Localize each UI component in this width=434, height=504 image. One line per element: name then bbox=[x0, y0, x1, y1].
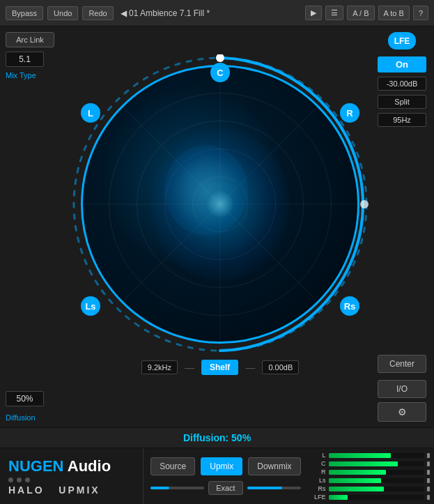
eq-controls: 9.2kHz — Shelf — 0.00dB bbox=[70, 360, 370, 375]
speaker-L[interactable]: L bbox=[81, 103, 100, 123]
play-button[interactable]: ▶ bbox=[305, 6, 322, 20]
meter-bar bbox=[329, 453, 391, 458]
footer-slider-right[interactable] bbox=[247, 487, 301, 489]
undo-button[interactable]: Undo bbox=[47, 6, 78, 20]
meter-bar bbox=[329, 461, 398, 466]
meter-tick bbox=[427, 487, 430, 491]
meter-bar bbox=[329, 478, 382, 483]
footer-slider-fill bbox=[150, 487, 169, 489]
meter-label: C bbox=[312, 460, 326, 467]
exact-button[interactable]: Exact bbox=[208, 481, 243, 495]
brand-halo: HALO bbox=[8, 484, 45, 496]
dotted-arc bbox=[70, 54, 370, 354]
meter-row: Rs bbox=[312, 486, 430, 492]
upmix-button[interactable]: Upmix bbox=[201, 457, 242, 475]
brand-nugen-audio: NUGEN Audio bbox=[8, 457, 134, 475]
sep1: — bbox=[185, 362, 194, 373]
meter-tick bbox=[427, 453, 430, 458]
freq-button[interactable]: 9.2kHz bbox=[141, 360, 178, 374]
main-area: Arc Link 5.1 Mix Type 50% Diffusion C L … bbox=[0, 26, 434, 427]
svg-point-1 bbox=[216, 54, 224, 62]
sep2: — bbox=[245, 362, 255, 373]
footer-slider-right-fill bbox=[247, 487, 282, 489]
toolbar: Bypass Undo Redo ◀ 01 Ambience 7.1 Fill … bbox=[0, 0, 434, 26]
footer-meters: LCRLsRsLFE bbox=[308, 448, 434, 504]
brand-dots bbox=[8, 478, 134, 482]
status-bar: Diffusion: 50% bbox=[0, 427, 434, 448]
brand-nugen: NUGEN bbox=[8, 457, 63, 475]
toolbar-right: ▶ ☰ A / B A to B ? bbox=[305, 6, 428, 20]
dot-2 bbox=[17, 478, 22, 482]
hz-button[interactable]: 95Hz bbox=[378, 113, 426, 127]
redo-button[interactable]: Redo bbox=[82, 6, 113, 20]
meter-tick bbox=[427, 470, 430, 475]
meter-row: Ls bbox=[312, 478, 430, 484]
meter-bar-container bbox=[329, 495, 424, 500]
brand-area: NUGEN Audio HALO UPMIX bbox=[0, 448, 144, 504]
dot-3 bbox=[25, 478, 30, 482]
meter-row: R bbox=[312, 469, 430, 475]
footer-slider-row: Exact bbox=[150, 481, 300, 495]
speaker-C[interactable]: C bbox=[210, 63, 230, 82]
meter-bar-container bbox=[329, 461, 424, 466]
meter-row: LFE bbox=[312, 494, 430, 501]
footer: NUGEN Audio HALO UPMIX Source Upmix Down… bbox=[0, 448, 434, 504]
mix-type-label: Mix Type bbox=[6, 71, 36, 79]
meter-bar-container bbox=[329, 453, 424, 458]
db-param-button[interactable]: -30.00dB bbox=[378, 77, 426, 91]
footer-buttons: Source Upmix Downmix bbox=[150, 457, 300, 475]
bypass-button[interactable]: Bypass bbox=[6, 6, 43, 20]
meter-bar bbox=[329, 487, 385, 491]
meter-row: C bbox=[312, 461, 430, 467]
meter-label: Rs bbox=[312, 485, 326, 492]
brand-sub: HALO UPMIX bbox=[8, 484, 134, 496]
source-button[interactable]: Source bbox=[150, 457, 195, 475]
meter-bar-container bbox=[329, 487, 424, 491]
center-pane: C L R Ls Rs bbox=[70, 26, 370, 427]
diffusion-value[interactable]: 50% bbox=[6, 391, 44, 406]
help-button[interactable]: ? bbox=[413, 6, 428, 20]
speaker-Ls[interactable]: Ls bbox=[81, 296, 100, 316]
mix-type-value[interactable]: 5.1 bbox=[6, 52, 44, 67]
left-panel: Arc Link 5.1 Mix Type 50% Diffusion bbox=[0, 26, 70, 427]
split-button[interactable]: Split bbox=[378, 95, 426, 109]
meter-label: LFE bbox=[312, 494, 326, 501]
footer-center: Source Upmix Downmix Exact bbox=[144, 448, 307, 504]
meter-tick bbox=[427, 495, 430, 500]
meter-tick bbox=[427, 478, 430, 483]
meter-label: L bbox=[312, 452, 326, 459]
status-text: Diffusion: 50% bbox=[183, 432, 251, 443]
svg-point-2 bbox=[360, 200, 369, 208]
footer-slider[interactable] bbox=[150, 487, 204, 489]
list-button[interactable]: ☰ bbox=[325, 6, 343, 20]
downmix-button[interactable]: Downmix bbox=[248, 457, 300, 475]
center-button[interactable]: Center bbox=[378, 355, 426, 373]
brand-upmix: UPMIX bbox=[59, 484, 100, 496]
diffusion-label: Diffusion bbox=[6, 413, 36, 422]
io-button[interactable]: I/O bbox=[378, 380, 426, 398]
right-panel: LFE On -30.00dB Split 95Hz Center I/O ⚙ bbox=[370, 26, 434, 427]
meter-bar-container bbox=[329, 470, 424, 475]
meter-row: L bbox=[312, 452, 430, 459]
shelf-button[interactable]: Shelf bbox=[201, 360, 238, 375]
meter-label: Ls bbox=[312, 477, 326, 484]
lfe-label[interactable]: LFE bbox=[388, 32, 416, 49]
db-button[interactable]: 0.00dB bbox=[262, 360, 299, 374]
track-name: ◀ 01 Ambience 7.1 Fill * bbox=[121, 8, 302, 18]
arc-link-button[interactable]: Arc Link bbox=[6, 32, 54, 47]
on-button[interactable]: On bbox=[378, 56, 426, 72]
gear-button[interactable]: ⚙ bbox=[378, 402, 426, 422]
ab-button[interactable]: A / B bbox=[347, 6, 374, 20]
speaker-R[interactable]: R bbox=[340, 103, 359, 123]
dot-1 bbox=[8, 478, 13, 482]
meter-bar bbox=[329, 470, 386, 475]
meter-bar bbox=[329, 495, 348, 500]
brand-audio: Audio bbox=[68, 457, 111, 475]
meter-tick bbox=[427, 461, 430, 466]
meter-label: R bbox=[312, 468, 326, 475]
speaker-Rs[interactable]: Rs bbox=[340, 296, 359, 316]
meter-bar-container bbox=[329, 478, 424, 483]
atob-button[interactable]: A to B bbox=[378, 6, 410, 20]
visualizer-container: C L R Ls Rs bbox=[70, 54, 370, 354]
